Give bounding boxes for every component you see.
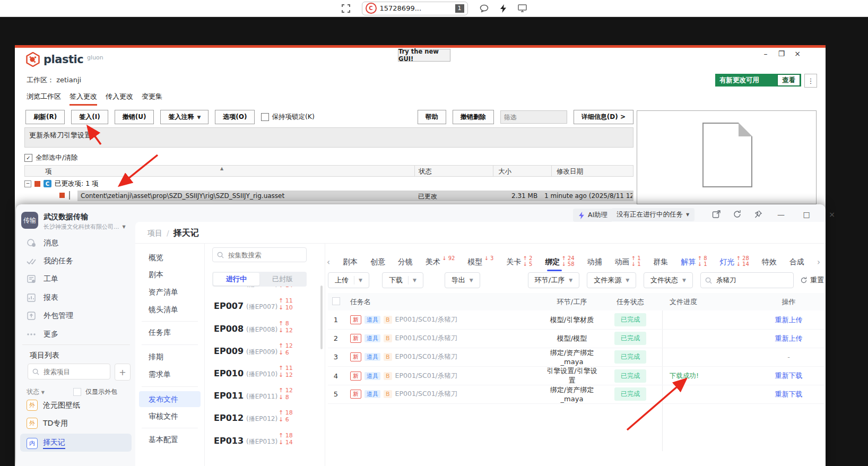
ai-assistant-button[interactable]: AI助理 [573, 209, 613, 222]
changed-items-group-row[interactable]: − C 已更改项: 1 项 [24, 178, 99, 189]
table-row[interactable]: 1 新 道具 B EP001/SC01/杀猪刀 模型/引擎材质 已完成 重新上传 [328, 310, 824, 330]
col-status[interactable]: 状态 [419, 167, 432, 176]
scrollbar-thumb[interactable] [320, 286, 323, 349]
table-row[interactable]: 5 新 道具 B EP001/SC01/杀猪刀 绑定/资产绑定_maya 已完成… [328, 385, 824, 404]
episode-item[interactable]: EP013(播EP013) 1814 [214, 436, 320, 454]
tab-changesets[interactable]: 变更集 [142, 92, 162, 106]
episode-item[interactable]: EP010(播EP010) 1112 [214, 368, 320, 386]
undo-button[interactable]: 撤销(U) [115, 110, 154, 124]
sidebar-item-more[interactable]: 更多 [27, 330, 58, 339]
episode-item[interactable]: EP008(播EP008) 812 [214, 324, 320, 342]
filter-input[interactable] [500, 110, 567, 124]
select-all-checkbox[interactable] [332, 297, 340, 305]
stage-tab-compositing[interactable]: 合成 [789, 257, 804, 267]
minimize-button[interactable]: — [774, 210, 788, 219]
only-outsource-checkbox[interactable] [73, 388, 81, 396]
stage-tab-art[interactable]: 美术 92 [426, 257, 455, 267]
collapse-icon[interactable]: − [24, 180, 31, 187]
subnav-overview[interactable]: 概览 [149, 253, 163, 263]
episode-item[interactable]: EP011(播EP011) 128 [214, 391, 320, 409]
subnav-task-library[interactable]: 任务库 [149, 328, 171, 338]
view-changes-button[interactable]: 查看 [777, 74, 800, 86]
tab-browse-workspace[interactable]: 浏览工作区 [27, 92, 61, 106]
keep-lock-checkbox[interactable] [261, 113, 269, 121]
stage-tab-fx[interactable]: 特效 [762, 257, 777, 267]
help-button[interactable]: 帮助 [418, 110, 446, 124]
stage-tab-rigging-active[interactable]: 绑定 2458 [545, 257, 574, 267]
stage-filter-dropdown[interactable]: 环节/工序▼ [528, 272, 579, 288]
maximize-button[interactable]: □ [800, 210, 813, 219]
table-row[interactable]: 4 新 道具 B EP001/SC01/杀猪刀 引擎设置/引擎设置 已完成 下载… [328, 366, 824, 385]
tab-locked[interactable]: 已封版 [259, 273, 306, 286]
options-button[interactable]: 选项(O) [215, 110, 255, 124]
file-status-filter-dropdown[interactable]: 文件状态▼ [644, 272, 693, 288]
project-search-input[interactable] [42, 367, 103, 376]
download-button[interactable]: 下载▼ [382, 272, 423, 288]
stage-tab-model[interactable]: 模型 3 [467, 257, 493, 267]
checkin-comments-button[interactable]: 签入注释 ▼ [160, 110, 209, 124]
subnav-script[interactable]: 剧本 [149, 270, 163, 280]
redownload-link[interactable]: 重新下载 [753, 371, 824, 381]
stage-tab-storyboard[interactable]: 分镜 [398, 257, 413, 267]
details-button[interactable]: 详细信息(D) > [574, 110, 633, 124]
table-row[interactable]: 2 新 道具 B EP001/SC01/杀猪刀 模型/模型 已完成 重新上传 [328, 329, 824, 348]
stage-tab-crowd[interactable]: 群集 [654, 257, 669, 267]
capture-pill[interactable]: C 15728699... 1 [362, 2, 468, 15]
refresh-icon[interactable] [733, 210, 742, 219]
add-project-button[interactable]: + [115, 364, 131, 381]
stage-tab-concept[interactable]: 创意 [370, 257, 385, 267]
tab-checkin-changes[interactable]: 签入更改 [70, 92, 97, 106]
stage-tab-simulation[interactable]: 解算 81 [681, 257, 707, 267]
app-avatar[interactable]: 传输 [21, 212, 38, 229]
subnav-schedule[interactable]: 排期 [149, 352, 163, 362]
episode-search-input[interactable] [227, 251, 298, 260]
subnav-review-files[interactable]: 审核文件 [149, 412, 178, 421]
subnav-asset-list[interactable]: 资产清单 [149, 288, 178, 297]
tab-incoming-changes[interactable]: 传入更改 [106, 92, 133, 106]
stage-tab-level[interactable]: 关卡 25 [506, 257, 532, 267]
close-button[interactable]: × [825, 210, 839, 219]
chevron-right-icon[interactable]: › [817, 257, 820, 267]
lightning-icon[interactable] [500, 4, 506, 13]
close-button[interactable]: × [789, 49, 805, 58]
monitor-icon[interactable] [518, 4, 527, 12]
sidebar-item-outsource[interactable]: 外包管理 [27, 311, 73, 321]
subnav-release-files[interactable]: 发布文件 [149, 395, 178, 404]
select-all-checkbox[interactable]: ✓ [24, 154, 32, 162]
banner-more-button[interactable]: ⋮ [804, 74, 817, 88]
sidebar-item-my-tasks[interactable]: 我的任务 [27, 256, 73, 266]
subnav-requirements[interactable]: 需求单 [149, 370, 171, 379]
export-button[interactable]: 导出▼ [445, 272, 480, 288]
changed-file-row[interactable]: Content\zetianji\asset\prop\SZD_SSIIJY\r… [24, 191, 633, 201]
refresh-button[interactable]: 刷新(R) [25, 110, 65, 124]
chat-icon[interactable] [480, 4, 489, 12]
file-search-input[interactable] [715, 276, 781, 285]
stage-tab-lighting[interactable]: 灯光 2814 [720, 257, 749, 267]
tab-in-progress[interactable]: 进行中 [213, 273, 259, 286]
fullscreen-icon[interactable] [342, 4, 350, 13]
stage-tab-animation[interactable]: 动画 11 [615, 257, 641, 267]
sidebar-item-messages[interactable]: 消息 [27, 238, 58, 248]
project-item[interactable]: 外 TD专用 [27, 418, 68, 429]
upload-button[interactable]: 上传▼ [328, 272, 369, 288]
running-tasks-dropdown[interactable]: 没有正在进行中的任务 ▼ [611, 208, 695, 221]
stage-tab-script[interactable]: 剧本 [343, 257, 358, 267]
chevron-left-icon[interactable]: ‹ [327, 257, 330, 267]
col-modified[interactable]: 修改日期 [557, 167, 583, 176]
undo-delete-button[interactable]: 撤销删除 [453, 110, 494, 124]
episode-item[interactable]: EP012(播EP012) 186 [214, 413, 320, 431]
redownload-link[interactable]: 重新下载 [753, 390, 824, 399]
col-item[interactable]: 项 [45, 167, 52, 176]
project-item[interactable]: 外 沧元图壁纸 [27, 400, 80, 411]
reupload-link[interactable]: 重新上传 [753, 334, 824, 343]
breadcrumb-root[interactable]: 项目 [147, 229, 162, 238]
sidebar-item-reports[interactable]: 报表 [27, 293, 58, 303]
checkin-button[interactable]: 签入(I) [71, 110, 108, 124]
episode-item[interactable]: EP009(播EP009) 126 [214, 346, 320, 364]
minimize-button[interactable]: – [758, 49, 774, 58]
reupload-link[interactable]: 重新上传 [753, 315, 824, 325]
org-switcher[interactable]: 长沙神漫文化科技有限公司... ▼ [44, 223, 126, 231]
pin-icon[interactable] [753, 210, 762, 219]
try-new-gui-button[interactable]: Try the new GUI! [398, 49, 450, 62]
subnav-base-config[interactable]: 基本配置 [149, 435, 178, 445]
